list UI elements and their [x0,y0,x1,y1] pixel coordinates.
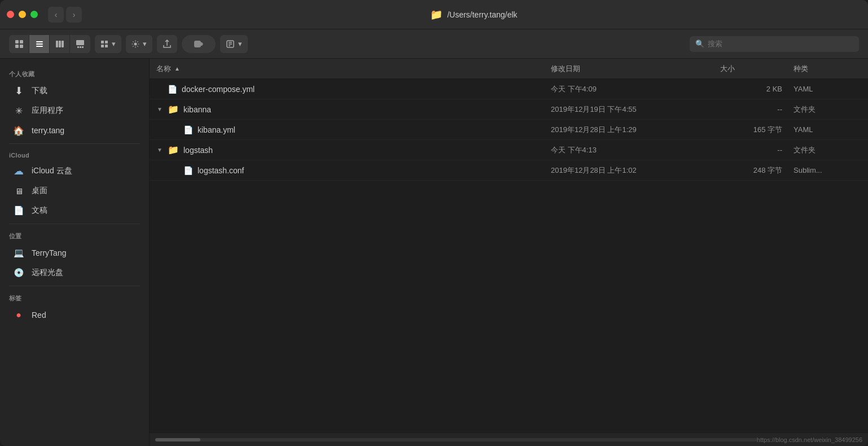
svg-rect-7 [56,41,58,47]
desktop-icon: 🖥 [12,185,25,197]
svg-rect-10 [76,40,84,45]
view-mode-group [9,35,90,53]
sidebar-divider-2 [9,224,140,224]
folder-icon: 📁 [430,8,442,21]
close-button[interactable] [7,11,14,18]
status-url: https://blog.csdn.net/weixin_38499256 [757,436,862,443]
search-bar[interactable]: 🔍 [690,36,859,52]
table-row[interactable]: 📄 docker-compose.yml 今天 下午4:09 2 KB YAML [150,79,868,99]
folder-icon: 📁 [168,104,179,115]
file-date-logstash-conf: 2019年12月28日 上午1:02 [551,165,720,176]
sidebar-item-terry-tang[interactable]: 🏠 terry.tang [3,121,146,140]
sidebar-item-downloads-label: 下载 [32,86,47,96]
expand-triangle-kibanna[interactable]: ▼ [156,106,163,113]
sidebar-item-icloud-drive[interactable]: ☁ iCloud 云盘 [3,161,146,181]
sidebar: 个人收藏 ⬇ 下载 ✳ 应用程序 🏠 terry.tang iCloud ☁ i… [0,59,150,446]
group-dropdown[interactable]: ▾ [95,35,121,53]
sidebar-item-remote-disk-label: 远程光盘 [32,268,63,278]
svg-rect-13 [82,46,84,48]
info-dropdown[interactable]: ▾ [220,35,248,53]
file-name-kibana-yml: 📄 kibana.yml [156,125,551,134]
finder-window: ‹ › 📁 /Users/terry.tang/elk [0,0,868,446]
applications-icon: ✳ [12,104,25,117]
file-list: 📄 docker-compose.yml 今天 下午4:09 2 KB YAML… [150,79,868,432]
sidebar-item-terrytang-machine[interactable]: 💻 TerryTang [3,243,146,263]
sidebar-section-icloud: iCloud [0,147,149,161]
svg-rect-9 [62,41,64,47]
file-name-docker: 📄 docker-compose.yml [156,85,551,94]
sidebar-item-terrytang-label: terry.tang [32,126,64,135]
view-column-btn[interactable] [50,35,70,53]
sidebar-item-desktop[interactable]: 🖥 桌面 [3,181,146,200]
svg-rect-14 [101,41,104,43]
search-icon: 🔍 [695,40,704,48]
sidebar-item-desktop-label: 桌面 [32,186,47,196]
svg-point-18 [134,42,137,45]
expand-triangle-logstash[interactable]: ▼ [156,147,163,154]
sidebar-item-documents-label: 文稿 [32,205,47,216]
sidebar-item-remote-disk[interactable]: 💿 远程光盘 [3,263,146,282]
svg-rect-1 [20,40,23,43]
maximize-button[interactable] [30,11,38,18]
titlebar: ‹ › 📁 /Users/terry.tang/elk [0,0,868,29]
laptop-icon: 💻 [12,247,25,259]
svg-rect-19 [194,41,201,47]
minimize-button[interactable] [19,11,26,18]
main-content: 个人收藏 ⬇ 下载 ✳ 应用程序 🏠 terry.tang iCloud ☁ i… [0,59,868,446]
sidebar-item-applications[interactable]: ✳ 应用程序 [3,101,146,120]
file-size-logstash: -- [720,146,794,154]
file-name-kibanna: ▼ 📁 kibanna [156,104,551,115]
file-type-logstash-conf: Sublim... [794,166,861,174]
table-row[interactable]: ▼ 📁 kibanna 2019年12月19日 下午4:55 -- 文件夹 [150,99,868,120]
svg-rect-6 [36,46,43,47]
file-name-logstash-conf: 📄 logstash.conf [156,166,551,175]
triangle-placeholder [172,167,179,174]
svg-rect-11 [77,46,79,48]
sidebar-item-downloads[interactable]: ⬇ 下载 [3,81,146,100]
svg-rect-12 [80,46,81,48]
red-tag-icon: ● [12,309,25,321]
col-header-name[interactable]: 名称 ▲ [156,64,551,74]
sidebar-item-icloud-label: iCloud 云盘 [32,166,72,176]
titlebar-center: 📁 /Users/terry.tang/elk [86,8,861,21]
forward-button[interactable]: › [66,7,82,23]
file-date-kibana-yml: 2019年12月28日 上午1:29 [551,125,720,135]
search-input[interactable] [708,40,853,48]
traffic-lights [7,11,38,18]
cd-icon: 💿 [12,266,25,279]
table-row[interactable]: 📄 logstash.conf 2019年12月28日 上午1:02 248 字… [150,160,868,181]
folder-icon: 📁 [168,145,179,155]
settings-dropdown[interactable]: ▾ [126,35,152,53]
triangle-placeholder [172,126,179,133]
table-row[interactable]: 📄 kibana.yml 2019年12月28日 上午1:29 165 字节 Y… [150,120,868,140]
sidebar-item-red-label: Red [32,311,46,320]
sidebar-item-documents[interactable]: 📄 文稿 [3,201,146,220]
file-icon: 📄 [183,166,193,175]
view-gallery-btn[interactable] [70,35,90,53]
sidebar-item-applications-label: 应用程序 [32,106,63,116]
scrollbar-track[interactable] [155,438,757,441]
back-button[interactable]: ‹ [48,7,64,23]
col-header-type[interactable]: 种类 [794,64,861,74]
file-size-kibanna: -- [720,105,794,113]
sidebar-section-locations: 位置 [0,228,149,243]
tag-button[interactable] [182,35,216,53]
info-arrow: ▾ [238,40,242,48]
col-header-size[interactable]: 大小 [720,64,794,74]
table-row[interactable]: ▼ 📁 logstash 今天 下午4:13 -- 文件夹 [150,140,868,160]
title-path: /Users/terry.tang/elk [447,10,517,19]
toolbar: ▾ ▾ ▾ [0,29,868,59]
sidebar-section-tags: 标签 [0,290,149,305]
scrollbar-thumb[interactable] [155,438,200,441]
view-list-btn[interactable] [29,35,50,53]
view-icon-btn[interactable] [9,35,29,53]
status-bar: https://blog.csdn.net/weixin_38499256 [150,432,868,446]
svg-rect-16 [101,45,104,47]
file-size-logstash-conf: 248 字节 [720,165,794,176]
col-header-date[interactable]: 修改日期 [551,64,720,74]
share-button[interactable] [157,35,177,53]
svg-rect-3 [20,45,23,48]
documents-icon: 📄 [12,204,25,217]
file-name-logstash: ▼ 📁 logstash [156,145,551,155]
sidebar-item-tag-red[interactable]: ● Red [3,305,146,325]
